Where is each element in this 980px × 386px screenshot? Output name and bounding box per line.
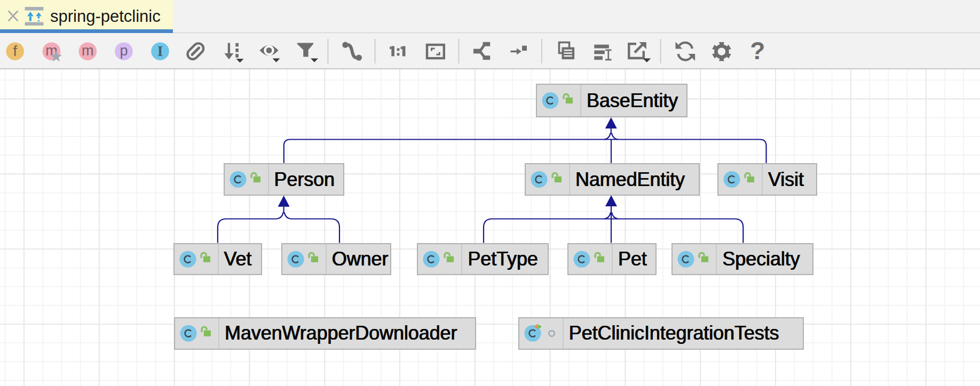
svg-text:m: m	[82, 43, 94, 59]
svg-text:?: ?	[750, 37, 765, 65]
svg-text:p: p	[120, 43, 128, 59]
svg-text:I: I	[157, 43, 163, 59]
svg-text:f: f	[13, 43, 17, 59]
